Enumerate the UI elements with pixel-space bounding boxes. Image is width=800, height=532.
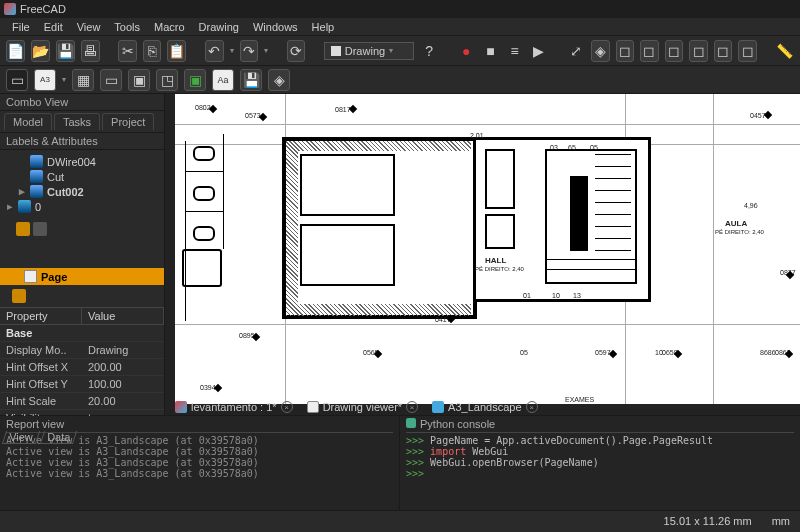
app-icon xyxy=(175,401,187,413)
undo-button[interactable]: ↶ xyxy=(205,40,224,62)
menu-view[interactable]: View xyxy=(71,19,107,35)
drawing-page[interactable]: HALL PÉ DIREITO: 2,40 AULA PÉ DIREITO: 2… xyxy=(175,94,800,404)
tree-item-folder[interactable]: ▸ 0 xyxy=(4,199,160,214)
report-line: Active view is A3_Landscape (at 0x39578a… xyxy=(6,457,393,468)
thumb-icon xyxy=(16,222,30,236)
view-top-button[interactable]: ◻ xyxy=(640,40,659,62)
thumb-icon xyxy=(12,289,26,303)
view-bottom-button[interactable]: ◻ xyxy=(714,40,733,62)
model-tree: DWire004 Cut ▸ Cut002 ▸ 0 xyxy=(0,150,164,268)
prop-row-hintoffsetx[interactable]: Hint Offset X200.00 xyxy=(0,359,164,376)
cut-button[interactable]: ✂ xyxy=(118,40,137,62)
doc-tab-drawingviewer[interactable]: Drawing viewer* × xyxy=(307,401,418,413)
menu-macro[interactable]: Macro xyxy=(148,19,191,35)
redo-dropdown-icon[interactable]: ▾ xyxy=(264,46,268,55)
combo-view-title: Combo View xyxy=(0,94,164,111)
view-front-button[interactable]: ◻ xyxy=(616,40,635,62)
redo-button[interactable]: ↷ xyxy=(240,40,259,62)
dim-label: 0573 xyxy=(245,112,261,119)
view-left-button[interactable]: ◻ xyxy=(738,40,757,62)
part-icon xyxy=(30,170,43,183)
draw-page-dropdown-icon[interactable]: ▾ xyxy=(62,75,66,84)
web-icon xyxy=(432,401,444,413)
tab-model[interactable]: Model xyxy=(4,113,52,130)
menu-drawing[interactable]: Drawing xyxy=(193,19,245,35)
prop-col-property[interactable]: Property xyxy=(0,308,82,324)
menu-windows[interactable]: Windows xyxy=(247,19,304,35)
drawing-viewport[interactable]: HALL PÉ DIREITO: 2,40 AULA PÉ DIREITO: 2… xyxy=(165,94,800,415)
expand-arrow-icon[interactable]: ▸ xyxy=(18,185,26,198)
dim-label: 65 xyxy=(568,144,576,151)
folder-icon xyxy=(18,200,31,213)
close-icon[interactable]: × xyxy=(281,401,293,413)
new-file-button[interactable]: 📄 xyxy=(6,40,25,62)
menu-tools[interactable]: Tools xyxy=(108,19,146,35)
draw-export-button[interactable]: Aa xyxy=(212,69,234,91)
tree-item-page[interactable]: Page xyxy=(0,268,164,285)
save-file-button[interactable]: 💾 xyxy=(56,40,75,62)
prop-tab-data[interactable]: Data xyxy=(40,431,77,444)
prop-row-displaymode[interactable]: Display Mo..Drawing xyxy=(0,342,164,359)
tab-tasks[interactable]: Tasks xyxy=(54,113,100,130)
draw-open-browser-button[interactable]: ◳ xyxy=(156,69,178,91)
undo-dropdown-icon[interactable]: ▾ xyxy=(230,46,234,55)
workbench-select[interactable]: Drawing ▾ xyxy=(324,42,414,60)
tree-item-dwire004[interactable]: DWire004 xyxy=(4,154,160,169)
dim-label: 03 xyxy=(550,144,558,151)
prop-row-hintscale[interactable]: Hint Scale20.00 xyxy=(0,393,164,410)
dim-label: 05 xyxy=(520,349,528,356)
draw-a3-button[interactable]: A3 xyxy=(34,69,56,91)
tree-item-label: 0 xyxy=(35,201,41,213)
draw-new-page-button[interactable]: ▭ xyxy=(6,69,28,91)
tree-header: Labels & Attributes xyxy=(0,133,164,150)
view-right-button[interactable]: ◻ xyxy=(665,40,684,62)
macro-list-button[interactable]: ≡ xyxy=(506,40,524,62)
draw-project-shape-button[interactable]: ◈ xyxy=(268,69,290,91)
python-console-panel[interactable]: Python console >>> PageName = App.active… xyxy=(400,416,800,510)
view-axo-button[interactable]: ◈ xyxy=(591,40,610,62)
menu-edit[interactable]: Edit xyxy=(38,19,69,35)
room-label-hall-sub: PÉ DIREITO: 2,40 xyxy=(475,266,524,272)
menubar: File Edit View Tools Macro Drawing Windo… xyxy=(0,18,800,36)
open-file-button[interactable]: 📂 xyxy=(31,40,50,62)
draw-clip-button[interactable]: ▣ xyxy=(128,69,150,91)
doc-tab-levantamento[interactable]: levantamento : 1* × xyxy=(175,401,293,413)
tree-item-cut002[interactable]: ▸ Cut002 xyxy=(4,184,160,199)
prop-row-hintoffsety[interactable]: Hint Offset Y100.00 xyxy=(0,376,164,393)
page-icon xyxy=(307,401,319,413)
paste-button[interactable]: 📋 xyxy=(167,40,186,62)
prop-col-value[interactable]: Value xyxy=(82,308,164,324)
macro-play-button[interactable]: ▶ xyxy=(530,40,548,62)
draw-insert-view-button[interactable]: ▦ xyxy=(72,69,94,91)
pyconsole-input[interactable]: >>> xyxy=(406,468,794,479)
measure-button[interactable]: 📏 xyxy=(776,40,794,62)
dim-label: 4,96 xyxy=(744,202,758,209)
view-fit-button[interactable]: ⤢ xyxy=(567,40,585,62)
close-icon[interactable]: × xyxy=(526,401,538,413)
tree-item-cut[interactable]: Cut xyxy=(4,169,160,184)
whatsthis-button[interactable]: ? xyxy=(420,40,438,62)
draw-annotation-button[interactable]: ▭ xyxy=(100,69,122,91)
refresh-button[interactable]: ⟳ xyxy=(287,40,306,62)
copy-button[interactable]: ⎘ xyxy=(143,40,162,62)
draw-symbol-button[interactable]: ▣ xyxy=(184,69,206,91)
prop-tab-view[interactable]: View xyxy=(2,431,40,444)
doc-tab-a3landscape[interactable]: A3_Landscape × xyxy=(432,401,537,413)
close-icon[interactable]: × xyxy=(406,401,418,413)
workbench-label: Drawing xyxy=(345,45,385,57)
macro-record-button[interactable]: ● xyxy=(457,40,475,62)
thumb-icon xyxy=(33,222,47,236)
status-coords: 15.01 x 11.26 mm xyxy=(664,515,752,527)
print-button[interactable]: 🖶 xyxy=(81,40,100,62)
menu-help[interactable]: Help xyxy=(306,19,341,35)
room-label-aula: AULA xyxy=(725,219,747,228)
macro-stop-button[interactable]: ■ xyxy=(481,40,499,62)
menu-file[interactable]: File xyxy=(6,19,36,35)
report-line: Active view is A3_Landscape (at 0x39578a… xyxy=(6,468,393,479)
statusbar: 15.01 x 11.26 mm mm xyxy=(0,510,800,530)
dim-label: 01 xyxy=(523,292,531,299)
expand-arrow-icon[interactable]: ▸ xyxy=(6,200,14,213)
tab-project[interactable]: Project xyxy=(102,113,154,130)
view-rear-button[interactable]: ◻ xyxy=(689,40,708,62)
draw-save-svg-button[interactable]: 💾 xyxy=(240,69,262,91)
